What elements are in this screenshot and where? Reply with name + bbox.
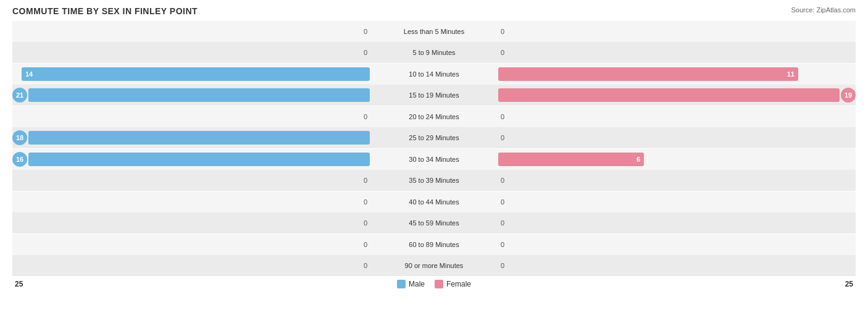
axis-right-label: 25 bbox=[845, 280, 853, 288]
row-label: 10 to 14 Minutes bbox=[372, 70, 496, 78]
row-label: 40 to 44 Minutes bbox=[372, 198, 496, 206]
female-zero-value: 0 bbox=[501, 241, 504, 248]
male-bar-area: 14 bbox=[12, 67, 372, 81]
row-label: 15 to 19 Minutes bbox=[372, 91, 496, 99]
female-bar-area: 11 bbox=[496, 67, 856, 81]
female-bar-area: 0 bbox=[496, 198, 856, 206]
male-zero-value: 0 bbox=[364, 262, 367, 269]
male-zero-value: 0 bbox=[364, 177, 367, 184]
male-zero-value: 0 bbox=[364, 219, 367, 227]
chart-row: 090 or more Minutes0 bbox=[12, 255, 856, 276]
male-bar bbox=[28, 131, 370, 145]
male-value: 14 bbox=[22, 70, 36, 78]
female-zero-value: 0 bbox=[501, 198, 504, 206]
female-zero-value: 0 bbox=[501, 28, 504, 35]
female-bar-area: 0 bbox=[496, 177, 856, 184]
chart-row: 1410 to 14 Minutes11 bbox=[12, 64, 856, 85]
row-label: 45 to 59 Minutes bbox=[372, 219, 496, 227]
male-bar-area: 0 bbox=[12, 113, 372, 120]
female-bar bbox=[498, 88, 840, 102]
male-bar-area: 16 bbox=[12, 152, 372, 167]
male-bar-area: 0 bbox=[12, 49, 372, 56]
chart-container: COMMUTE TIME BY SEX IN FINLEY POINT Sour… bbox=[0, 0, 868, 323]
male-badge: 16 bbox=[12, 152, 27, 167]
chart-row: 1825 to 29 Minutes0 bbox=[12, 127, 856, 148]
chart-row: 060 to 89 Minutes0 bbox=[12, 234, 856, 255]
male-bar-area: 21 bbox=[12, 88, 372, 103]
chart-row: 035 to 39 Minutes0 bbox=[12, 170, 856, 191]
female-bar-area: 0 bbox=[496, 134, 856, 141]
male-bar bbox=[28, 153, 370, 166]
chart-row: 0Less than 5 Minutes0 bbox=[12, 21, 856, 42]
row-label: 35 to 39 Minutes bbox=[372, 177, 496, 184]
male-bar-area: 18 bbox=[12, 130, 372, 145]
row-label: 30 to 34 Minutes bbox=[372, 156, 496, 163]
female-bar-area: 0 bbox=[496, 219, 856, 227]
female-bar-area: 0 bbox=[496, 28, 856, 35]
chart-footer: 25 Male Female 25 bbox=[12, 280, 856, 288]
male-bar-area: 0 bbox=[12, 177, 372, 184]
male-badge: 18 bbox=[12, 130, 27, 145]
male-bar-area: 0 bbox=[12, 28, 372, 35]
male-zero-value: 0 bbox=[364, 28, 367, 35]
axis-left-label: 25 bbox=[15, 280, 23, 288]
female-value: 11 bbox=[783, 70, 798, 78]
legend-female: Female bbox=[435, 280, 471, 288]
male-zero-value: 0 bbox=[364, 113, 367, 120]
male-zero-value: 0 bbox=[364, 49, 367, 56]
male-bar-area: 0 bbox=[12, 219, 372, 227]
chart-row: 045 to 59 Minutes0 bbox=[12, 212, 856, 233]
source-label: Source: ZipAtlas.com bbox=[791, 6, 856, 14]
chart-row: 020 to 24 Minutes0 bbox=[12, 106, 856, 127]
row-label: 25 to 29 Minutes bbox=[372, 134, 496, 141]
row-label: 5 to 9 Minutes bbox=[372, 49, 496, 56]
male-bar-area: 0 bbox=[12, 262, 372, 269]
male-bar bbox=[28, 88, 370, 102]
male-zero-value: 0 bbox=[364, 198, 367, 206]
female-bar: 11 bbox=[498, 67, 798, 81]
male-badge: 21 bbox=[12, 88, 27, 103]
female-zero-value: 0 bbox=[501, 113, 504, 120]
female-bar-area: 6 bbox=[496, 153, 856, 166]
female-value: 6 bbox=[633, 156, 644, 163]
chart-row: 2115 to 19 Minutes19 bbox=[12, 85, 856, 106]
female-bar-area: 0 bbox=[496, 113, 856, 120]
female-badge: 19 bbox=[841, 88, 856, 103]
chart-title: COMMUTE TIME BY SEX IN FINLEY POINT bbox=[12, 6, 856, 16]
female-bar-area: 0 bbox=[496, 49, 856, 56]
female-zero-value: 0 bbox=[501, 49, 504, 56]
female-zero-value: 0 bbox=[501, 177, 504, 184]
chart-row: 1630 to 34 Minutes6 bbox=[12, 149, 856, 170]
row-label: 90 or more Minutes bbox=[372, 262, 496, 269]
male-bar: 14 bbox=[22, 67, 370, 81]
female-bar-area: 19 bbox=[496, 88, 856, 103]
female-bar: 6 bbox=[498, 153, 644, 166]
legend-male-box bbox=[397, 280, 406, 288]
male-bar-area: 0 bbox=[12, 241, 372, 248]
legend-female-box bbox=[435, 280, 443, 288]
legend-male-label: Male bbox=[409, 280, 425, 288]
female-zero-value: 0 bbox=[501, 134, 504, 141]
female-zero-value: 0 bbox=[501, 262, 504, 269]
row-label: 20 to 24 Minutes bbox=[372, 113, 496, 120]
row-label: 60 to 89 Minutes bbox=[372, 241, 496, 248]
chart-row: 05 to 9 Minutes0 bbox=[12, 42, 856, 63]
female-bar-area: 0 bbox=[496, 241, 856, 248]
row-label: Less than 5 Minutes bbox=[372, 28, 496, 35]
legend: Male Female bbox=[397, 280, 471, 288]
legend-female-label: Female bbox=[446, 280, 471, 288]
chart-row: 040 to 44 Minutes0 bbox=[12, 191, 856, 212]
legend-male: Male bbox=[397, 280, 425, 288]
female-bar-area: 0 bbox=[496, 262, 856, 269]
female-zero-value: 0 bbox=[501, 219, 504, 227]
rows-area: 0Less than 5 Minutes005 to 9 Minutes0141… bbox=[12, 21, 856, 276]
male-zero-value: 0 bbox=[364, 241, 367, 248]
male-bar-area: 0 bbox=[12, 198, 372, 206]
